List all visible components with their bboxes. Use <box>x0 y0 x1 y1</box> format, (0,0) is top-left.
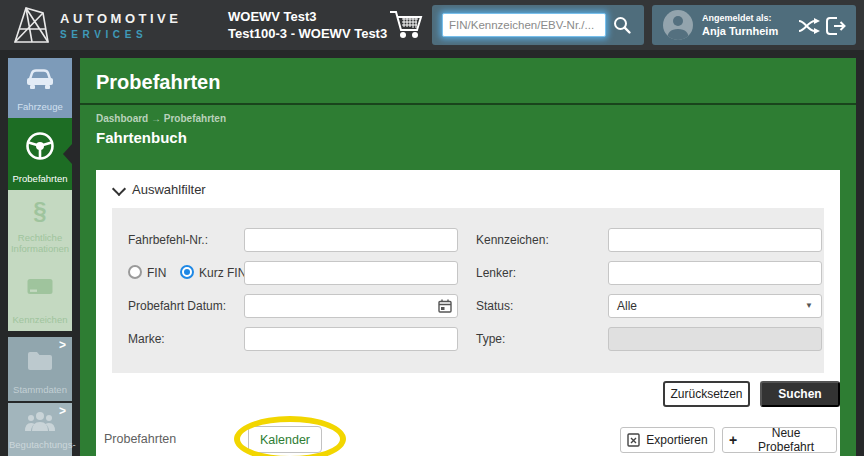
title-divider <box>80 103 856 105</box>
collapse-chevron-icon[interactable] <box>112 182 126 196</box>
breadcrumb-arrow-icon: → <box>151 113 161 124</box>
filter-title[interactable]: Auswahlfilter <box>132 182 206 197</box>
new-probefahrt-button[interactable]: + Neue Probefahrt <box>722 427 837 453</box>
top-bar: AUTOMOTIVE SERVICES WOEWV Test3 Test100-… <box>0 0 864 50</box>
breadcrumb: Dashboard → Probefahrten <box>96 113 226 124</box>
datum-label: Probefahrt Datum: <box>128 299 226 313</box>
sidebar-item-label: Fahrzeuge <box>9 101 71 118</box>
reset-button[interactable]: Zurücksetzen <box>663 381 750 407</box>
tab-kalender[interactable]: Kalender <box>248 426 322 453</box>
calendar-icon[interactable] <box>438 299 452 313</box>
brand-wordmark: AUTOMOTIVE SERVICES <box>60 11 181 40</box>
export-button-label: Exportieren <box>646 433 707 447</box>
sidebar-item-label: Probefahrten <box>9 173 71 190</box>
filter-fields-box: Fahrbefehl-Nr.: Kennzeichen: FIN Kurz FI… <box>112 208 824 373</box>
status-select-value: Alle <box>617 299 637 313</box>
kennzeichen-input[interactable] <box>608 228 822 252</box>
app-window: AUTOMOTIVE SERVICES WOEWV Test3 Test100-… <box>0 0 864 456</box>
breadcrumb-current: Probefahrten <box>164 113 226 124</box>
kurz-fin-input[interactable] <box>244 261 458 285</box>
environment-line2: Test100-3 - WOEWV Test3 <box>228 25 387 42</box>
avatar <box>663 10 693 40</box>
chevron-right-icon: > <box>59 404 66 418</box>
export-button[interactable]: Exportieren <box>620 427 715 453</box>
active-item-notch <box>63 144 72 164</box>
sidebar: Fahrzeuge Probefahrten § Rechtliche Info… <box>8 58 72 456</box>
tab-probefahrten[interactable]: Probefahrten <box>104 432 176 446</box>
lenker-input[interactable] <box>608 261 822 285</box>
sidebar-item-label: Kennzeichen <box>9 314 71 331</box>
environment-line1: WOEWV Test3 <box>228 8 387 25</box>
brand-line1: AUTOMOTIVE <box>60 11 181 26</box>
switch-user-icon[interactable] <box>798 18 820 34</box>
main-content: Probefahrten Dashboard → Probefahrten Fa… <box>80 58 856 456</box>
header-search-box <box>432 5 644 45</box>
car-icon <box>8 58 72 101</box>
fahrbefehl-label: Fahrbefehl-Nr.: <box>128 233 208 247</box>
sidebar-item-rechtliche-informationen[interactable]: § Rechtliche Informationen <box>8 190 72 260</box>
plus-icon: + <box>729 432 737 448</box>
tab-kalender-label: Kalender <box>260 433 310 447</box>
paragraph-icon: § <box>8 190 72 232</box>
kurz-fin-radio[interactable] <box>180 265 194 279</box>
search-button[interactable]: Suchen <box>760 381 840 407</box>
cart-icon[interactable] <box>388 9 424 41</box>
status-select[interactable]: Alle ▼ <box>608 294 822 318</box>
brand-logo-icon <box>10 5 54 45</box>
datum-input[interactable] <box>244 294 458 318</box>
fin-radio-label[interactable]: FIN <box>147 266 166 280</box>
brand-line2: SERVICES <box>60 29 181 40</box>
type-label: Type: <box>476 332 505 346</box>
sidebar-item-stammdaten[interactable]: > Stammdaten <box>8 337 72 401</box>
sidebar-item-begutachtungsstellen[interactable]: > Begutachtungs- <box>8 403 72 456</box>
sidebar-item-kennzeichen[interactable]: Kennzeichen <box>8 260 72 331</box>
search-icon[interactable] <box>612 15 632 35</box>
logout-icon[interactable] <box>825 16 847 36</box>
sidebar-item-label: Rechtliche Informationen <box>9 232 71 260</box>
marke-input[interactable] <box>244 327 458 351</box>
excel-export-icon <box>627 433 640 447</box>
chevron-right-icon: > <box>59 338 66 352</box>
dropdown-arrow-icon: ▼ <box>805 295 813 317</box>
sidebar-item-label: Stammdaten <box>9 384 71 401</box>
marke-label: Marke: <box>128 332 165 346</box>
sidebar-item-probefahrten[interactable]: Probefahrten <box>8 118 72 190</box>
lenker-label: Lenker: <box>476 266 516 280</box>
sidebar-item-fahrzeuge[interactable]: Fahrzeuge <box>8 58 72 118</box>
breadcrumb-home-link[interactable]: Dashboard <box>96 113 148 124</box>
fin-radio[interactable] <box>128 265 142 279</box>
page-title: Probefahrten <box>96 71 220 94</box>
environment-title: WOEWV Test3 Test100-3 - WOEWV Test3 <box>228 8 387 42</box>
status-label: Status: <box>476 299 513 313</box>
fahrbefehl-input[interactable] <box>244 228 458 252</box>
new-probefahrt-label: Neue Probefahrt <box>742 426 830 454</box>
user-name: Anja Turnheim <box>702 25 778 37</box>
header-search-input[interactable] <box>442 13 606 37</box>
signed-in-label: Angemeldet als: <box>702 13 772 23</box>
section-subtitle: Fahrtenbuch <box>96 129 187 146</box>
sidebar-item-label: Begutachtungs- <box>9 439 71 456</box>
kurz-fin-radio-label[interactable]: Kurz FIN: <box>199 266 250 280</box>
kennzeichen-label: Kennzeichen: <box>476 233 549 247</box>
license-plate-icon <box>8 260 72 314</box>
filter-panel: Auswahlfilter Fahrbefehl-Nr.: Kennzeiche… <box>96 170 840 456</box>
user-box: Angemeldet als: Anja Turnheim <box>652 5 856 45</box>
type-input <box>608 327 822 351</box>
